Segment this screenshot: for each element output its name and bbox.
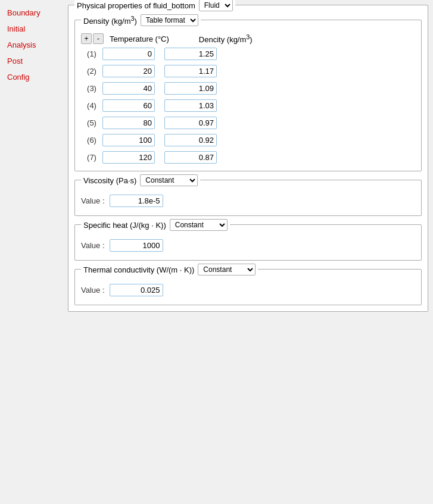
sidebar-item-boundary[interactable]: Boundary: [0, 5, 66, 21]
viscosity-label: Viscosity (Pa·s): [83, 176, 136, 185]
specific-heat-title: Specific heat (J/(kg · K)) Constant Tabl…: [81, 219, 230, 231]
physical-properties-title: Physical properties of fluid_bottom Flui…: [74, 0, 235, 11]
row-index-5: (5): [81, 118, 102, 127]
density-col-header: Dencity (kg/m3): [199, 33, 253, 44]
sidebar-item-post[interactable]: Post: [0, 53, 66, 69]
thermal-value-label: Value :: [81, 286, 105, 295]
specific-heat-format-select[interactable]: Constant Table format: [170, 219, 228, 231]
temp-input-3[interactable]: [102, 82, 155, 95]
table-row: (2): [81, 65, 415, 77]
thermal-value-input[interactable]: [110, 284, 163, 296]
remove-row-button[interactable]: -: [93, 33, 104, 44]
add-remove-controls: + - Temperature (°C) Dencity (kg/m3): [81, 33, 415, 44]
density-input-4[interactable]: [164, 99, 217, 112]
table-row: (1): [81, 48, 415, 60]
fluid-select[interactable]: Fluid: [199, 0, 233, 11]
row-index-1: (1): [81, 49, 102, 58]
density-label: Density (kg/m3): [83, 15, 137, 26]
temp-input-4[interactable]: [102, 99, 155, 112]
temp-input-6[interactable]: [102, 134, 155, 146]
row-index-7: (7): [81, 153, 102, 162]
table-row: (3): [81, 82, 415, 95]
thermal-title: Thermal conductivity (W/(m · K)) Constan…: [81, 264, 258, 276]
sidebar: Boundary Initial Analysis Post Config: [0, 0, 66, 504]
density-input-5[interactable]: [164, 117, 217, 129]
viscosity-format-select[interactable]: Constant Table format: [140, 174, 198, 186]
main-content: Physical properties of fluid_bottom Flui…: [66, 0, 433, 504]
row-index-3: (3): [81, 84, 102, 93]
viscosity-value-input[interactable]: [110, 195, 163, 207]
physical-properties-label: Physical properties of fluid_bottom: [77, 1, 195, 10]
density-title: Density (kg/m3) Table format Constant: [81, 14, 201, 26]
density-input-2[interactable]: [164, 65, 217, 77]
viscosity-value-row: Value :: [81, 195, 415, 207]
temp-col-header: Temperature (°C): [110, 35, 169, 43]
temp-input-7[interactable]: [102, 151, 155, 164]
specific-heat-label: Specific heat (J/(kg · K)): [83, 221, 166, 230]
density-input-3[interactable]: [164, 82, 217, 95]
thermal-value-row: Value :: [81, 284, 415, 296]
specific-heat-section: Specific heat (J/(kg · K)) Constant Tabl…: [74, 224, 422, 261]
density-input-6[interactable]: [164, 134, 217, 146]
row-index-4: (4): [81, 101, 102, 110]
table-row: (6): [81, 134, 415, 146]
density-section: Density (kg/m3) Table format Constant + …: [74, 20, 422, 171]
thermal-label: Thermal conductivity (W/(m · K)): [83, 265, 194, 274]
sidebar-item-initial[interactable]: Initial: [0, 21, 66, 37]
table-row: (5): [81, 117, 415, 129]
density-input-7[interactable]: [164, 151, 217, 164]
viscosity-value-label: Value :: [81, 196, 105, 205]
density-input-1[interactable]: [164, 48, 217, 60]
specific-heat-value-input[interactable]: [110, 239, 163, 252]
table-row: (7): [81, 151, 415, 164]
add-row-button[interactable]: +: [81, 33, 92, 44]
viscosity-title: Viscosity (Pa·s) Constant Table format: [81, 174, 200, 186]
table-row: (4): [81, 99, 415, 112]
sidebar-item-analysis[interactable]: Analysis: [0, 37, 66, 53]
row-index-6: (6): [81, 136, 102, 145]
temp-input-5[interactable]: [102, 117, 155, 129]
sidebar-item-config[interactable]: Config: [0, 69, 66, 85]
specific-heat-value-row: Value :: [81, 239, 415, 252]
temp-input-2[interactable]: [102, 65, 155, 77]
specific-heat-value-label: Value :: [81, 241, 105, 250]
physical-properties-panel: Physical properties of fluid_bottom Flui…: [68, 5, 428, 312]
row-index-2: (2): [81, 67, 102, 76]
viscosity-section: Viscosity (Pa·s) Constant Table format V…: [74, 180, 422, 216]
density-format-select[interactable]: Table format Constant: [141, 14, 198, 26]
thermal-section: Thermal conductivity (W/(m · K)) Constan…: [74, 269, 422, 305]
thermal-format-select[interactable]: Constant Table format: [198, 264, 256, 276]
temp-input-1[interactable]: [102, 48, 155, 60]
